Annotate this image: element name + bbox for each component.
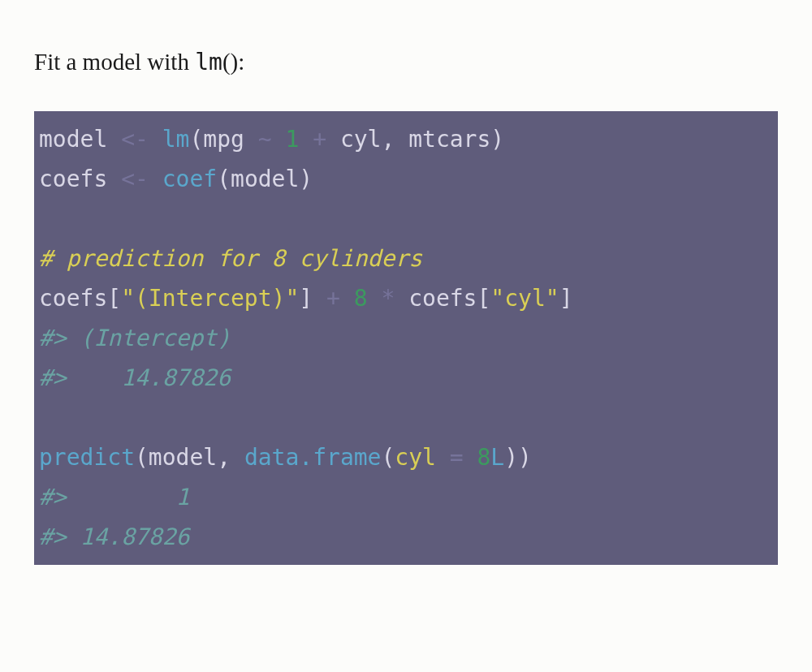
- token: (: [381, 444, 395, 471]
- code-line-3: [39, 205, 53, 232]
- number: 8: [354, 285, 368, 312]
- token: [149, 126, 162, 153]
- code-line-6: #> (Intercept): [39, 325, 244, 351]
- string: "cyl": [490, 285, 559, 312]
- fn-lm: lm: [162, 126, 190, 153]
- plus-op: +: [313, 126, 326, 153]
- intro-text: Fit a model with lm():: [34, 45, 778, 80]
- token: ]: [559, 285, 573, 312]
- token: coefs[: [39, 285, 121, 312]
- code-line-7: #> 14.87826: [39, 364, 244, 391]
- output: #> 14.87826: [39, 364, 244, 391]
- token: coefs[: [395, 285, 490, 312]
- intro-suffix: ():: [222, 49, 244, 75]
- token: (model,: [135, 444, 244, 471]
- blank: [39, 205, 53, 232]
- code-line-5: coefs["(Intercept)"] + 8 * coefs["cyl"]: [39, 285, 573, 312]
- fn-dataframe: data.frame: [244, 444, 382, 471]
- token: coefs: [39, 166, 121, 192]
- token: (mpg: [189, 126, 257, 153]
- token: model: [39, 126, 121, 153]
- assign-op: <-: [121, 166, 149, 192]
- plus-op: +: [326, 285, 340, 312]
- output: #> 14.87826: [39, 523, 189, 550]
- code-line-2: coefs <- coef(model): [39, 166, 313, 192]
- output: #> (Intercept): [39, 325, 244, 351]
- token: [340, 285, 354, 312]
- token: )): [504, 444, 532, 471]
- comment: # prediction for 8 cylinders: [39, 245, 422, 272]
- code-line-1: model <- lm(mpg ~ 1 + cyl, mtcars): [39, 126, 504, 153]
- token: [299, 126, 313, 153]
- token: [436, 444, 450, 471]
- fn-predict: predict: [39, 444, 135, 471]
- fn-coef: coef: [162, 166, 217, 192]
- code-line-4: # prediction for 8 cylinders: [39, 245, 422, 272]
- number: 8: [477, 444, 490, 471]
- arg-name: cyl: [395, 444, 436, 471]
- code-line-9: predict(model, data.frame(cyl = 8L)): [39, 444, 532, 471]
- assign-op: <-: [121, 126, 149, 153]
- token: ]: [299, 285, 326, 312]
- code-block: model <- lm(mpg ~ 1 + cyl, mtcars) coefs…: [34, 111, 778, 565]
- blank: [39, 404, 53, 431]
- intro-prefix: Fit a model with: [34, 49, 195, 75]
- token: [464, 444, 477, 471]
- code-line-11: #> 14.87826: [39, 523, 189, 550]
- token: [272, 126, 286, 153]
- eq-op: =: [450, 444, 464, 471]
- code-line-8: [39, 404, 53, 431]
- number: 1: [285, 126, 299, 153]
- token: [368, 285, 382, 312]
- token: (model): [217, 166, 313, 192]
- string: "(Intercept)": [121, 285, 299, 312]
- int-suffix: L: [490, 444, 504, 471]
- token: [149, 166, 162, 192]
- page: Fit a model with lm(): model <- lm(mpg ~…: [0, 0, 812, 565]
- star-op: *: [381, 285, 395, 312]
- code-line-10: #> 1: [39, 484, 203, 510]
- tilde-op: ~: [258, 126, 272, 153]
- intro-code-fn: lm: [195, 49, 222, 75]
- output: #> 1: [39, 484, 203, 510]
- token: cyl, mtcars): [326, 126, 504, 153]
